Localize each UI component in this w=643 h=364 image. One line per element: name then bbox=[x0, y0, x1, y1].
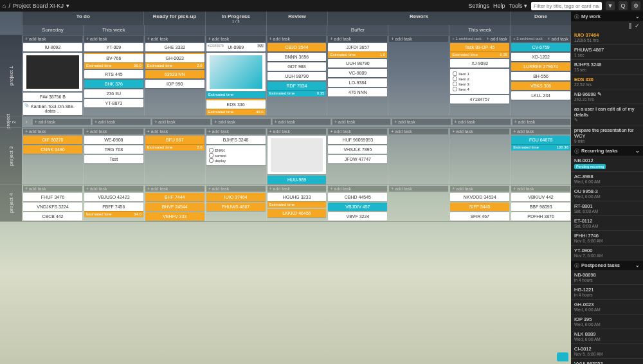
swimlane-label[interactable]: project 2 bbox=[0, 116, 22, 127]
add-task-button[interactable]: + 3 archived task+ add task bbox=[511, 36, 570, 42]
checklist-item[interactable]: Item 3 bbox=[453, 82, 507, 86]
kanban-card[interactable]: #12345678UI-0989KA bbox=[206, 43, 266, 51]
add-task-button[interactable]: + add task bbox=[84, 36, 143, 42]
sidebar-item[interactable]: as a user I can edit all of my details✎ bbox=[571, 104, 643, 125]
search-input[interactable] bbox=[531, 2, 602, 10]
swimlane-label[interactable]: project 3 bbox=[0, 128, 22, 185]
kanban-card[interactable]: SFIR 467 bbox=[450, 212, 509, 221]
sidebar-item[interactable]: AC-8988Wed, 6:00 AM bbox=[571, 172, 643, 187]
kanban-card[interactable]: RDF 7834 bbox=[267, 82, 327, 90]
add-task-button[interactable]: + add task bbox=[267, 36, 327, 42]
chevron-down-icon[interactable]: ⌄ bbox=[635, 14, 640, 19]
add-task-button[interactable]: + add task bbox=[145, 36, 204, 42]
add-task-button[interactable]: + add task bbox=[511, 129, 570, 134]
kanban-card[interactable]: FHUF 3476 bbox=[23, 193, 82, 201]
add-task-button[interactable]: + add task bbox=[453, 119, 511, 125]
add-task-button[interactable]: + add task bbox=[328, 129, 387, 134]
kanban-card[interactable]: BHK 376 bbox=[84, 80, 143, 88]
kanban-card[interactable]: CBJD 3544 bbox=[267, 43, 327, 51]
kanban-card[interactable]: BNNN 3656 bbox=[267, 53, 327, 61]
add-task-button[interactable]: + add task bbox=[511, 186, 570, 192]
kanban-card[interactable]: JFOW 47747 bbox=[328, 155, 387, 163]
kanban-card[interactable]: VBJDIV 457 bbox=[328, 203, 387, 211]
kanban-card[interactable]: VHSJLK 7895 bbox=[328, 145, 387, 154]
kanban-card[interactable]: VBKIUV 442 bbox=[511, 193, 570, 201]
add-task-button[interactable]: + add task bbox=[450, 129, 509, 134]
help-link[interactable]: Help bbox=[493, 3, 505, 9]
sidebar-control-icon[interactable]: ‖ bbox=[629, 23, 632, 29]
swimlane-label[interactable]: project 4 bbox=[0, 185, 22, 221]
chat-icon[interactable] bbox=[557, 352, 568, 361]
kanban-card[interactable]: FHUWS 4867 bbox=[206, 203, 266, 211]
kanban-card[interactable]: 📎Kanban-Tool-On-Site-datas ... bbox=[23, 102, 82, 115]
kanban-card[interactable]: FBFF 7456 bbox=[84, 203, 143, 211]
kanban-card[interactable] bbox=[23, 53, 82, 91]
kanban-card[interactable]: GHE 3332 bbox=[145, 43, 204, 51]
kanban-card[interactable]: Test bbox=[84, 155, 143, 163]
expand-lane-icon[interactable]: › bbox=[26, 119, 28, 125]
add-task-button[interactable]: + add task bbox=[392, 119, 450, 125]
kanban-card[interactable]: VBKS 306 bbox=[511, 82, 570, 90]
kanban-card[interactable]: BHVF 24544 bbox=[145, 203, 204, 211]
kanban-card[interactable]: BJHFS 3248 bbox=[206, 136, 266, 144]
sidebar-item[interactable]: HG-1221in 4 hours bbox=[571, 285, 643, 300]
kanban-card[interactable]: LKKKD 46456 bbox=[267, 209, 327, 217]
kanban-card[interactable]: BHF 7444 bbox=[145, 193, 204, 201]
kanban-card[interactable]: IOP 990 bbox=[145, 80, 204, 88]
sidebar-item[interactable]: CI-0012Nov 5, 6:00 AM bbox=[571, 344, 643, 359]
add-task-button[interactable]: + add task bbox=[84, 186, 143, 192]
sidebar-item[interactable]: VVUI 983053Nov 5, 6:00 AM bbox=[571, 359, 643, 364]
kanban-card[interactable]: LURREE 279674 bbox=[511, 62, 570, 71]
sidebar-section-header[interactable]: iRecurring tasks⌄ bbox=[571, 146, 643, 156]
sidebar-item[interactable]: ET-0112Sat, 6:00 AM bbox=[571, 216, 643, 231]
kanban-card[interactable]: HUF 96059093 bbox=[328, 136, 387, 144]
kanban-card[interactable]: UUH 98790 bbox=[267, 72, 327, 80]
kanban-card[interactable]: EDS 336 bbox=[206, 99, 266, 109]
kanban-card[interactable]: ENKKcorrectdeploy bbox=[206, 145, 266, 165]
checklist-item[interactable]: deploy bbox=[209, 158, 263, 163]
sidebar-item[interactable]: prepare the presentation for WCY9 min bbox=[571, 125, 643, 146]
add-task-button[interactable]: + add task bbox=[206, 129, 266, 134]
chevron-down-icon[interactable]: ⌄ bbox=[635, 262, 640, 268]
kanban-card[interactable]: RTS 445 bbox=[84, 70, 143, 78]
sidebar-item[interactable]: NB-0012Pending recurring bbox=[571, 156, 643, 172]
add-task-button[interactable]: + add task bbox=[145, 186, 204, 192]
kanban-card[interactable]: LKLL 234 bbox=[511, 91, 570, 100]
add-task-button[interactable]: + add task bbox=[332, 119, 390, 125]
kanban-card[interactable]: CBHD 44545 bbox=[328, 193, 387, 201]
kanban-card[interactable]: TRG 768 bbox=[84, 145, 143, 154]
kanban-card[interactable]: 476 NNN bbox=[328, 88, 387, 96]
sidebar-item[interactable]: NB-98898in 4 hours bbox=[571, 270, 643, 285]
sidebar-item[interactable]: IFHHi 7746Nov 6, 6:00 AM bbox=[571, 231, 643, 246]
kanban-card[interactable]: VBJUSO 42423 bbox=[84, 193, 143, 201]
kanban-card[interactable]: LO-9384 bbox=[328, 78, 387, 87]
kanban-card[interactable]: OIF 80270 bbox=[23, 136, 82, 144]
kanban-card[interactable]: PDFHH 3876 bbox=[511, 212, 570, 221]
add-task-button[interactable]: + add task bbox=[33, 119, 91, 125]
kanban-card[interactable]: VC-9809 bbox=[328, 69, 387, 77]
kanban-card[interactable] bbox=[267, 136, 327, 174]
settings-link[interactable]: Settings bbox=[468, 3, 489, 9]
sidebar-item[interactable]: GH-0023Wed, 6:00 AM bbox=[571, 300, 643, 314]
kanban-card[interactable]: Task 89-OP-45 bbox=[450, 43, 509, 51]
add-task-button[interactable]: + add task bbox=[328, 36, 387, 42]
add-task-button[interactable]: + add task bbox=[267, 186, 327, 192]
sidebar-item[interactable]: RT-8801Sat, 6:00 AM bbox=[571, 201, 643, 216]
add-task-button[interactable]: + add task bbox=[212, 119, 270, 125]
kanban-card[interactable]: BFU 567 bbox=[145, 136, 204, 144]
add-task-button[interactable]: + add task bbox=[152, 119, 210, 125]
kanban-card[interactable]: XD-1202 bbox=[511, 53, 570, 61]
kanban-card[interactable]: VNDJKFS 3224 bbox=[23, 203, 82, 211]
kanban-card[interactable]: YT-8873 bbox=[84, 99, 143, 107]
checklist-item[interactable]: Item 4 bbox=[453, 87, 507, 91]
kanban-card[interactable]: CV-6759 bbox=[511, 43, 570, 51]
kanban-card[interactable]: VBVF 3224 bbox=[328, 212, 387, 221]
sidebar-item[interactable]: NB-96898 ✎242.21 hrs bbox=[571, 89, 643, 104]
add-task-button[interactable]: + add task bbox=[267, 129, 327, 134]
sidebar-item[interactable]: IOP 395Wed, 6:00 AM bbox=[571, 314, 643, 329]
checklist-item[interactable]: correct bbox=[209, 153, 263, 158]
kanban-card[interactable]: GH-0023 bbox=[145, 53, 204, 62]
kanban-card[interactable]: NKVDDD 34534 bbox=[450, 193, 509, 201]
kanban-card[interactable]: IU-9092 bbox=[23, 43, 82, 51]
tools-dropdown[interactable]: Tools ▾ bbox=[509, 3, 527, 9]
